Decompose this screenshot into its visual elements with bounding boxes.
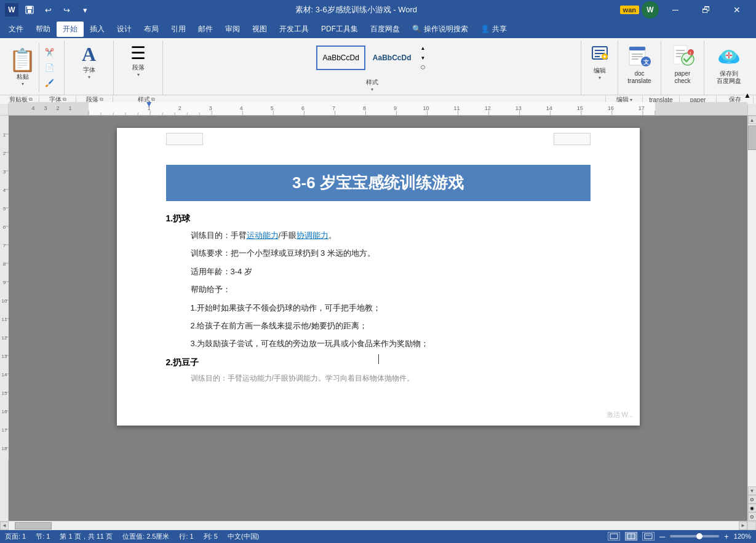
status-line: 行: 1: [179, 532, 193, 541]
scroll-down-button[interactable]: ▼: [748, 486, 757, 495]
scroll-select-button[interactable]: ◉: [748, 504, 757, 512]
view-web-button[interactable]: [642, 532, 655, 541]
warning-badge: wan: [620, 6, 639, 14]
title-bar-right: wan W ─ 🗗 ✕: [620, 0, 751, 20]
status-section: 节: 1: [36, 532, 50, 541]
copy-button[interactable]: 📄: [42, 61, 57, 74]
para-expand[interactable]: ▾: [137, 72, 140, 77]
menu-ref[interactable]: 引用: [165, 22, 192, 37]
menu-start[interactable]: 开始: [57, 22, 84, 37]
ribbon-group-font: A 字体 ▾: [65, 41, 114, 95]
format-painter-button[interactable]: 🖌️: [42, 76, 57, 90]
ribbon-group-translate: 文 doctranslate: [618, 41, 661, 95]
svg-text:6: 6: [301, 105, 304, 111]
edit-expand[interactable]: ▾: [599, 75, 601, 81]
svg-text:8: 8: [3, 261, 6, 267]
zoom-thumb[interactable]: [696, 533, 702, 539]
scroll-bottom-button[interactable]: ⊙: [748, 512, 757, 521]
style-heading1[interactable]: AaBbCcDd: [368, 46, 416, 70]
menu-view[interactable]: 视图: [246, 22, 273, 37]
zoom-plus-button[interactable]: +: [724, 532, 729, 541]
quickaccess-redo[interactable]: ↪: [59, 2, 74, 17]
svg-text:16: 16: [608, 105, 614, 111]
menu-review[interactable]: 审阅: [219, 22, 246, 37]
ribbon-collapse-button[interactable]: ▲: [741, 89, 754, 101]
para-6: 2.给孩子在前方画一条线来提示他/她要扔的距离；: [191, 319, 591, 333]
hscroll-right-button[interactable]: ►: [739, 521, 747, 530]
document-page: 3-6 岁宝宝感统训练游戏 1.扔球 训练目的：手臂运动能力/手眼协调能力。 训…: [117, 128, 640, 426]
document-canvas[interactable]: 3-6 岁宝宝感统训练游戏 1.扔球 训练目的：手臂运动能力/手眼协调能力。 训…: [9, 116, 747, 521]
svg-text:7: 7: [3, 243, 6, 248]
scroll-thumb[interactable]: [748, 125, 757, 150]
menu-insert[interactable]: 插入: [84, 22, 111, 37]
para-1: 训练目的：手臂运动能力/手眼协调能力。: [191, 228, 591, 242]
style-scroll[interactable]: ▲ ▼ ⬡: [419, 46, 428, 70]
svg-rect-29: [9, 102, 747, 116]
ribbon-group-style: AaBbCcDd AaBbCcDd ▲ ▼ ⬡ 样式 ▾: [163, 41, 581, 95]
minimize-button[interactable]: ─: [661, 0, 690, 20]
doc-translate-button[interactable]: 文 doctranslate: [626, 43, 653, 85]
hscroll-left-button[interactable]: ◄: [0, 521, 9, 530]
svg-text:18: 18: [2, 446, 7, 451]
save-baidupan-button[interactable]: 保存到百度网盘: [715, 43, 742, 85]
scroll-top-button[interactable]: ⊙: [748, 495, 757, 504]
style-normal[interactable]: AaBbCcDd: [316, 46, 365, 70]
menu-share[interactable]: 👤共享: [474, 22, 513, 37]
page-margin-top-left: [166, 133, 203, 145]
svg-text:16: 16: [2, 409, 7, 414]
menu-opsearch[interactable]: 🔍操作说明搜索: [406, 22, 474, 37]
quickaccess-save[interactable]: [22, 2, 37, 17]
font-icon[interactable]: A: [82, 43, 96, 66]
ribbon-content: 📋 粘贴 ▾ ✂️ 📄 🖌️ A 字体 ▾ ☰ 段落 ▾: [0, 38, 756, 95]
menu-devtools[interactable]: 开发工具: [273, 22, 315, 37]
view-print-button[interactable]: [608, 532, 620, 541]
quickaccess-more[interactable]: ▾: [78, 2, 92, 17]
svg-text:7: 7: [332, 105, 335, 111]
svg-text:2: 2: [178, 105, 181, 111]
svg-rect-1: [27, 6, 32, 9]
para-icon[interactable]: ☰: [130, 43, 146, 63]
zoom-minus-button[interactable]: ─: [659, 532, 665, 541]
menu-mail[interactable]: 邮件: [192, 22, 219, 37]
svg-rect-2: [28, 10, 31, 13]
close-button[interactable]: ✕: [723, 0, 751, 20]
menu-design[interactable]: 设计: [111, 22, 138, 37]
style-expand[interactable]: ▾: [371, 87, 373, 92]
ruler-top-container: 1 2 3 4 5 6 7 8 9 10 11 12 13 14 15 16 1…: [0, 102, 756, 116]
edit-icon[interactable]: [590, 43, 610, 66]
scroll-track[interactable]: [748, 124, 757, 486]
svg-rect-31: [655, 102, 747, 116]
hscroll-track[interactable]: [9, 521, 739, 530]
restore-button[interactable]: 🗗: [692, 0, 720, 20]
menu-pdftool[interactable]: PDF工具集: [315, 22, 364, 37]
svg-rect-117: [610, 534, 618, 539]
svg-text:14: 14: [546, 105, 552, 111]
ruler-corner: [0, 102, 9, 116]
cut-button[interactable]: ✂️: [42, 46, 57, 59]
menu-layout[interactable]: 布局: [138, 22, 165, 37]
link-coord[interactable]: 协调能力: [296, 231, 328, 240]
hscroll-thumb[interactable]: [15, 522, 52, 529]
para-7: 3.为鼓励孩子尝试，可在线的旁边放一玩具或小食品来作为奖励物；: [191, 336, 591, 351]
zoom-slider[interactable]: [670, 535, 719, 537]
user-avatar[interactable]: W: [642, 1, 659, 18]
menu-help[interactable]: 帮助: [30, 22, 57, 37]
svg-text:15: 15: [2, 390, 7, 396]
paste-button[interactable]: 📋 粘贴 ▾: [7, 49, 38, 87]
svg-text:9: 9: [394, 105, 397, 111]
menu-file[interactable]: 文件: [2, 22, 30, 37]
quickaccess-undo[interactable]: ↩: [41, 2, 55, 17]
link-motor[interactable]: 运动能力: [247, 231, 279, 240]
svg-text:1: 1: [3, 132, 6, 138]
font-expand[interactable]: ▾: [88, 74, 90, 80]
view-read-button[interactable]: [625, 532, 637, 541]
ribbon: 📋 粘贴 ▾ ✂️ 📄 🖌️ A 字体 ▾ ☰ 段落 ▾: [0, 38, 756, 102]
svg-rect-11: [629, 47, 645, 50]
scroll-up-button[interactable]: ▲: [748, 116, 757, 124]
zoom-level[interactable]: 120%: [734, 533, 751, 540]
svg-rect-80: [0, 116, 9, 460]
paper-check-button[interactable]: ! papercheck: [669, 43, 696, 85]
menu-baidupan[interactable]: 百度网盘: [364, 22, 406, 37]
bottom-scrollbar: ◄ ►: [0, 521, 756, 529]
svg-text:10: 10: [2, 298, 7, 304]
